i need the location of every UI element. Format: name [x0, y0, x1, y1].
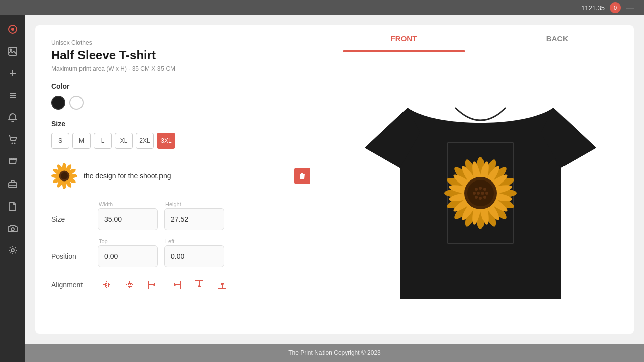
- svg-point-9: [12, 143, 13, 144]
- svg-point-99: [485, 192, 488, 195]
- main-card: Unisex Clothes Half Sleeve T-shirt Maxim…: [35, 25, 634, 334]
- svg-point-101: [479, 197, 482, 200]
- width-field-group: Width: [98, 201, 158, 230]
- more-menu[interactable]: —: [626, 3, 634, 12]
- delete-design-button[interactable]: [294, 168, 310, 184]
- svg-point-93: [475, 188, 478, 191]
- sidebar-icon-settings[interactable]: [4, 241, 22, 259]
- align-left-button[interactable]: [144, 276, 162, 294]
- design-item: the design for the shoot.png: [51, 161, 310, 191]
- sidebar-icon-dashboard[interactable]: [4, 20, 22, 38]
- sidebar-icon-briefcase[interactable]: [4, 175, 22, 193]
- footer-text: The Print Nation Copyright © 2023: [288, 349, 381, 356]
- sidebar-icon-bell[interactable]: [4, 109, 22, 127]
- left-label: Left: [164, 238, 224, 244]
- align-top-button[interactable]: [190, 276, 208, 294]
- height-input[interactable]: [164, 208, 224, 230]
- color-black[interactable]: [51, 96, 65, 110]
- align-right-button[interactable]: [167, 276, 185, 294]
- design-filename: the design for the shoot.png: [84, 172, 288, 180]
- svg-point-95: [483, 188, 486, 191]
- sidebar-icon-shop[interactable]: [4, 153, 22, 171]
- balance-display: 1121.35: [581, 4, 605, 12]
- tshirt-svg: [365, 67, 596, 319]
- size-2xl[interactable]: 2XL: [136, 133, 154, 149]
- sidebar-icon-image[interactable]: [4, 42, 22, 60]
- tab-front[interactable]: FRONT: [327, 25, 480, 52]
- main-layout: Unisex Clothes Half Sleeve T-shirt Maxim…: [0, 15, 644, 362]
- size-fields: Width Height: [98, 201, 224, 230]
- design-thumbnail: [51, 163, 77, 189]
- top-bar: 1121.35 0 —: [0, 0, 644, 15]
- svg-point-3: [10, 49, 12, 51]
- width-input[interactable]: [98, 208, 158, 230]
- left-input[interactable]: [164, 245, 224, 267]
- svg-point-10: [14, 143, 16, 144]
- alignment-row: Alignment: [51, 276, 310, 294]
- left-panel: Unisex Clothes Half Sleeve T-shirt Maxim…: [35, 25, 327, 334]
- position-field-label: Position: [51, 238, 92, 260]
- content-area: Unisex Clothes Half Sleeve T-shirt Maxim…: [25, 15, 644, 362]
- sidebar-icon-add[interactable]: [4, 64, 22, 82]
- size-label: Size: [51, 120, 310, 128]
- tshirt-container: [365, 67, 596, 319]
- product-category: Unisex Clothes: [51, 39, 310, 46]
- color-options: [51, 96, 310, 110]
- position-form-row: Position Top Left: [51, 238, 310, 267]
- align-bottom-button[interactable]: [213, 276, 231, 294]
- svg-point-14: [11, 249, 14, 252]
- align-vertical-center-button[interactable]: [121, 276, 139, 294]
- svg-point-102: [483, 196, 486, 199]
- svg-point-92: [467, 180, 494, 206]
- height-label: Height: [164, 201, 224, 207]
- size-l[interactable]: L: [94, 133, 112, 149]
- svg-point-13: [11, 228, 14, 231]
- width-label: Width: [98, 201, 158, 207]
- size-form-row: Size Width Height: [51, 201, 310, 230]
- tab-back[interactable]: BACK: [480, 25, 634, 52]
- svg-point-96: [473, 192, 476, 195]
- size-m[interactable]: M: [72, 133, 91, 149]
- sidebar-icon-list[interactable]: [4, 86, 22, 105]
- position-fields: Top Left: [98, 238, 224, 267]
- footer: The Print Nation Copyright © 2023: [25, 344, 644, 362]
- alignment-buttons: [98, 276, 231, 294]
- svg-point-98: [481, 192, 484, 195]
- view-tabs: FRONT BACK: [327, 25, 634, 52]
- sidebar-icon-cart[interactable]: [4, 131, 22, 149]
- sidebar-icon-file[interactable]: [4, 197, 22, 215]
- color-white[interactable]: [69, 96, 84, 110]
- svg-rect-2: [9, 47, 17, 55]
- height-field-group: Height: [164, 201, 224, 230]
- left-field-group: Left: [164, 238, 224, 267]
- svg-point-97: [477, 192, 480, 195]
- preview-area: [327, 52, 634, 334]
- print-area-info: Maximum print area (W x H) - 35 CM X 35 …: [51, 65, 310, 72]
- svg-point-1: [11, 28, 14, 31]
- color-label: Color: [51, 82, 310, 90]
- size-3xl[interactable]: 3XL: [157, 133, 175, 149]
- sidebar: [0, 15, 25, 362]
- alignment-label: Alignment: [51, 281, 92, 289]
- right-panel: FRONT BACK: [327, 25, 634, 334]
- top-label: Top: [98, 238, 158, 244]
- top-input[interactable]: [98, 245, 158, 267]
- top-field-group: Top: [98, 238, 158, 267]
- size-options: S M L XL 2XL 3XL: [51, 133, 310, 149]
- size-s[interactable]: S: [51, 133, 69, 149]
- svg-point-94: [479, 187, 482, 190]
- size-field-label: Size: [51, 201, 92, 223]
- svg-point-100: [475, 196, 478, 199]
- cart-badge[interactable]: 0: [610, 2, 621, 13]
- align-horizontal-center-button[interactable]: [98, 276, 116, 294]
- svg-point-28: [61, 172, 68, 179]
- sidebar-icon-camera[interactable]: [4, 219, 22, 237]
- product-title: Half Sleeve T-shirt: [51, 48, 310, 62]
- size-xl[interactable]: XL: [115, 133, 133, 149]
